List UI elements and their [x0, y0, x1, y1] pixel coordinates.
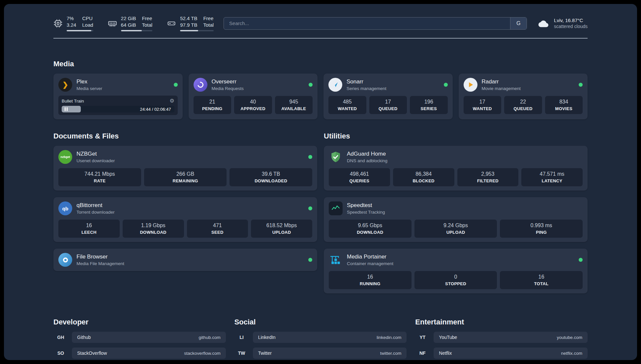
app-card-sonarr[interactable]: Sonarr Series management 485 WANTED 17 Q…: [323, 74, 453, 119]
bookmark-abbr: NF: [415, 350, 430, 356]
stat-series: 196 SERIES: [410, 96, 448, 114]
stat-queued: 17 QUEUED: [369, 96, 407, 114]
stat-pending: 21 PENDING: [194, 96, 231, 114]
stat-running: 16 RUNNING: [329, 271, 412, 289]
cpu-percent: 7%: [67, 15, 76, 22]
section-social: Social LI LinkedIn linkedin.com TW Twitt…: [234, 318, 407, 360]
cpu-widget: 7% 3.24 CPU Load: [53, 15, 93, 31]
stat-wanted: 485 WANTED: [328, 96, 366, 114]
bookmark-url: github.com: [199, 335, 221, 340]
search-provider-button[interactable]: G: [510, 17, 527, 29]
stat-stopped: 0 STOPPED: [414, 271, 497, 289]
radarr-icon: [464, 78, 477, 92]
stat-total: 16 TOTAL: [500, 271, 583, 289]
app-card-overseerr[interactable]: Overseerr Media Requests 21 PENDING 40 A…: [189, 74, 318, 119]
adguard-icon: [329, 150, 343, 164]
stat-leech: 16 LEECH: [58, 220, 120, 238]
app-card-speedtest[interactable]: Speedtest Speedtest Tracking 9.65 Gbps D…: [324, 197, 588, 242]
app-subtitle: Media Requests: [212, 86, 244, 91]
app-card-plex[interactable]: ❯ Plex Media server Bullet Train ⚙: [53, 74, 183, 119]
memory-icon: [108, 19, 117, 28]
app-card-adguard[interactable]: AdGuard Home DNS and adblocking 498,461 …: [324, 146, 588, 191]
dashboard-page: 7% 3.24 CPU Load: [4, 4, 637, 360]
app-subtitle: Media server: [76, 86, 102, 91]
overseerr-icon: [194, 78, 207, 92]
bookmark-name: Twitter: [258, 350, 272, 356]
status-dot: [174, 83, 178, 87]
bookmark-twitter[interactable]: TW Twitter twitter.com: [234, 348, 407, 359]
status-dot: [579, 258, 583, 262]
disk-icon: [167, 19, 176, 28]
media-section-title: Media: [53, 60, 588, 68]
app-title: qBittorrent: [76, 202, 115, 209]
bookmark-youtube[interactable]: YT YouTube youtube.com: [415, 332, 588, 343]
utilities-section-title: Utilities: [324, 132, 588, 140]
header: 7% 3.24 CPU Load: [53, 4, 588, 31]
disk-values: 52.4 TB 97.9 TB: [180, 15, 197, 28]
status-dot: [309, 83, 313, 87]
bookmark-name: StackOverflow: [77, 350, 107, 356]
disk-total-label: Total: [203, 22, 214, 28]
app-subtitle: Container management: [347, 261, 393, 266]
disk-widget: 52.4 TB 97.9 TB Free Total: [167, 15, 214, 31]
bookmark-url: linkedin.com: [377, 335, 401, 340]
status-dot: [308, 155, 312, 159]
memory-widget: 22 GiB 64 GiB Free Total: [108, 15, 153, 31]
qbittorrent-icon: qb: [58, 201, 72, 215]
cpu-values: 7% 3.24: [67, 15, 76, 28]
playback-progress-bar[interactable]: 24:44 / 02:06:47: [62, 106, 174, 112]
cpu-load-value: 3.24: [67, 22, 76, 28]
stat-upload: 9.24 Gbps UPLOAD: [414, 220, 497, 238]
header-divider: [53, 38, 588, 39]
bookmark-netflix[interactable]: NF Netflix netflix.com: [415, 348, 588, 359]
filebrowser-icon: [58, 253, 72, 267]
pause-icon[interactable]: [65, 107, 68, 111]
stat-upload: 618.52 Mbps UPLOAD: [251, 220, 312, 238]
app-card-qbittorrent[interactable]: qb qBittorrent Torrent downloader 16 LEE…: [53, 197, 317, 242]
bookmark-abbr: TW: [234, 350, 249, 356]
app-title: File Browser: [76, 254, 124, 260]
bookmark-bar: LinkedIn linkedin.com: [253, 332, 407, 343]
plex-now-playing: Bullet Train ⚙ 24:44 / 02:06:47: [58, 96, 178, 115]
stat-approved: 40 APPROVED: [234, 96, 272, 114]
weather-condition: scattered clouds: [554, 24, 588, 29]
stat-download: 9.65 Gbps DOWNLOAD: [329, 220, 412, 238]
nzbget-icon: nzbget: [58, 150, 72, 164]
section-utilities: Utilities AdGuard Home: [324, 132, 588, 293]
stat-queries: 498,461 QUERIES: [329, 168, 390, 186]
status-dot: [308, 258, 312, 262]
bookmark-bar: Netflix netflix.com: [434, 348, 588, 359]
app-card-filebrowser[interactable]: File Browser Media File Management: [53, 249, 317, 271]
app-subtitle: DNS and adblocking: [347, 158, 387, 163]
cpu-labels: CPU Load: [82, 15, 93, 28]
search-input[interactable]: [224, 17, 510, 29]
section-developer: Developer GH Github github.com SO StackO…: [53, 318, 226, 360]
bookmark-abbr: SO: [53, 350, 68, 356]
section-entertainment: Entertainment YT YouTube youtube.com NF …: [415, 318, 588, 360]
memory-free-label: Free: [142, 15, 152, 22]
stat-ping: 0.993 ms PING: [500, 220, 583, 238]
disk-free: 52.4 TB: [180, 15, 197, 22]
stat-blocked: 86,384 BLOCKED: [393, 168, 454, 186]
bookmark-bar: Twitter twitter.com: [253, 348, 407, 359]
memory-bar: [121, 30, 153, 31]
bookmark-stackoverflow[interactable]: SO StackOverflow stackoverflow.com: [53, 348, 226, 359]
bookmark-bar: Github github.com: [72, 332, 226, 343]
bookmark-linkedin[interactable]: LI LinkedIn linkedin.com: [234, 332, 407, 343]
developer-section-title: Developer: [53, 318, 226, 326]
memory-free: 22 GiB: [121, 15, 136, 22]
stat-latency: 47.571 ms LATENCY: [521, 168, 583, 186]
app-card-radarr[interactable]: Radarr Movie management 17 WANTED 22 QUE…: [459, 74, 588, 119]
stat-remaining: 266 GB REMAINING: [144, 168, 227, 186]
app-title: Speedtest: [347, 202, 385, 209]
status-dot: [579, 83, 583, 87]
app-card-nzbget[interactable]: nzbget NZBGet Usenet downloader 744.21 M…: [53, 146, 317, 191]
app-card-portainer[interactable]: Media Portainer Container management 16 …: [324, 249, 588, 293]
bookmark-github[interactable]: GH Github github.com: [53, 332, 226, 343]
entertainment-section-title: Entertainment: [415, 318, 588, 326]
app-title: Sonarr: [347, 78, 386, 85]
app-title: Plex: [76, 78, 102, 85]
memory-total-label: Total: [142, 22, 152, 28]
gear-icon[interactable]: ⚙: [169, 98, 174, 104]
app-title: Media Portainer: [347, 254, 393, 260]
